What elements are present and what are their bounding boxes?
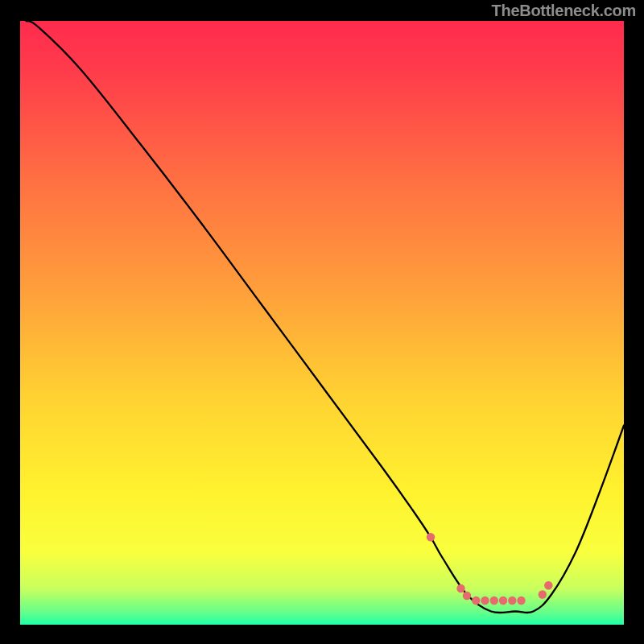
marker-dot <box>499 597 507 605</box>
marker-dot <box>472 597 480 605</box>
marker-dot <box>490 597 498 605</box>
marker-dot <box>481 597 489 605</box>
gradient-background <box>20 21 624 625</box>
bottleneck-chart <box>20 21 624 625</box>
attribution-label: TheBottleneck.com <box>492 2 636 20</box>
chart-container: TheBottleneck.com <box>0 0 644 644</box>
marker-dot <box>427 533 435 541</box>
marker-dot <box>544 581 552 589</box>
marker-dot <box>508 597 516 605</box>
marker-dot <box>463 592 471 600</box>
marker-dot <box>517 597 525 605</box>
marker-dot <box>539 590 547 598</box>
marker-dot <box>456 584 464 592</box>
